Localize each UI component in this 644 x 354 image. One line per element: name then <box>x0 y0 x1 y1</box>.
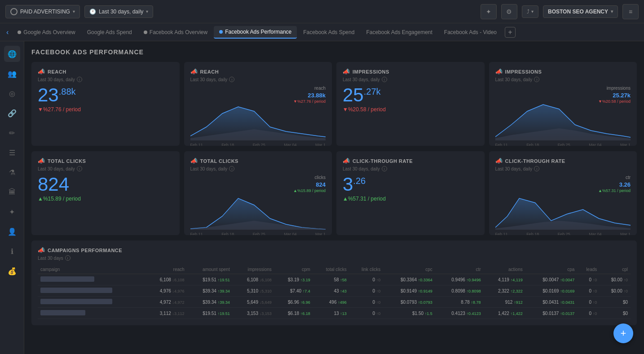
chart-value-reach2: 23.88k <box>308 92 326 99</box>
table-cell: 6,108 ↓6,108 <box>146 274 187 285</box>
info-icon-ctr1: i <box>382 166 387 171</box>
tab-facebook-ads-performance[interactable]: Facebook Ads Performance <box>214 26 297 39</box>
info-icon-campaigns: i <box>65 255 71 261</box>
campaigns-subtitle: Last 30 days i <box>38 255 631 261</box>
metric-subtitle-clicks-1: Last 30 days, daily i <box>38 166 173 171</box>
metric-title-reach-1: REACH <box>48 69 66 74</box>
sidebar-icon-coin[interactable]: 💰 <box>4 263 20 279</box>
tab-back-arrow[interactable]: ‹ <box>4 26 11 38</box>
sidebar-icon-list[interactable]: ☰ <box>4 144 20 161</box>
col-cpc: cpc <box>383 265 435 274</box>
metric-header-clicks-2: 📣 TOTAL CLICKS <box>190 157 326 164</box>
megaphone-icon-impressions2: 📣 <box>495 68 503 75</box>
campaigns-title: CAMPAIGNS PERFORMANCE <box>48 248 122 253</box>
table-cell: 0 ↑0 <box>349 308 384 319</box>
table-cell: 4,972 ↓4,972 <box>146 297 187 308</box>
table-cell: 13 ↑13 <box>313 308 349 319</box>
metric-value-clicks-1: 824 <box>38 175 173 194</box>
table-cell: $6.18 ↑6.18 <box>274 308 313 319</box>
table-cell: 58 ↑58 <box>313 274 349 285</box>
info-icon-clicks2: i <box>229 166 234 171</box>
table-cell: 0 ↑0 <box>577 297 600 308</box>
table-cell: $0.9149 ↑0.9149 <box>383 285 435 297</box>
tab-google-ads-spend[interactable]: Google Ads Spend <box>82 26 137 38</box>
paid-advertising-label: PAID ADVERTISING <box>20 9 70 15</box>
col-total-clicks: total clicks <box>313 265 349 274</box>
tab-dot-fb-performance <box>219 30 223 34</box>
chart-xaxis-reach2: Feb 11Feb 18Feb 25Mar 04Mar 1 <box>190 143 326 146</box>
date-range-label: Last 30 days, daily <box>99 9 143 15</box>
metric-header-reach-2: 📣 REACH <box>190 68 326 75</box>
paid-advertising-chevron: ▾ <box>73 9 75 14</box>
tab-facebook-ads-video[interactable]: Facebook Ads - Video <box>439 26 502 38</box>
sidebar-icon-flask[interactable]: ⚗ <box>4 164 20 180</box>
date-range-chevron: ▾ <box>146 9 148 14</box>
sidebar: 🌐 👥 ◎ 🔗 ✏ ☰ ⚗ 🏛 ✦ 👤 ℹ 💰 <box>0 41 24 354</box>
megaphone-icon-clicks2: 📣 <box>190 157 198 164</box>
tab-facebook-ads-overview[interactable]: Facebook Ads Overview <box>138 26 213 38</box>
table-cell: 496 ↑496 <box>313 297 349 308</box>
table-cell: 912 ↑912 <box>484 297 525 308</box>
tab-facebook-ads-spend[interactable]: Facebook Ads Spend <box>298 26 360 38</box>
metric-header-impressions-2: 📣 IMPRESSIONS <box>495 68 631 75</box>
date-range-dropdown[interactable]: 🕐 Last 30 days, daily ▾ <box>84 5 153 18</box>
sidebar-icon-link[interactable]: 🔗 <box>4 105 20 121</box>
table-cell: 0.9496 ↑0.9496 <box>435 274 484 285</box>
settings-icon-btn[interactable]: ⚙ <box>501 4 517 19</box>
table-cell: 1,422 ↑1,422 <box>484 308 525 319</box>
info-icon-reach2: i <box>229 77 234 82</box>
tab-dot-fb-overview <box>144 31 147 34</box>
metric-grid-row2: 📣 TOTAL CLICKS Last 30 days, daily i 824… <box>31 151 637 235</box>
menu-btn[interactable]: ≡ <box>622 4 639 19</box>
megaphone-icon-reach1: 📣 <box>38 68 45 75</box>
table-cell: 0.8098 ↑0.8098 <box>435 285 484 297</box>
share-icon: ⤴ <box>527 9 529 15</box>
chart-label-clicks2: clicks <box>315 175 326 180</box>
main-layout: 🌐 👥 ◎ 🔗 ✏ ☰ ⚗ 🏛 ✦ 👤 ℹ 💰 FACEBOOK ADS PER… <box>0 41 644 354</box>
tab-google-ads-overview[interactable]: Google Ads Overview <box>12 26 80 38</box>
col-leads: leads <box>577 265 600 274</box>
chart-svg-clicks2 <box>190 189 326 230</box>
fab-add-btn[interactable]: + <box>613 323 633 343</box>
table-cell: $6.96 ↑6.96 <box>274 297 313 308</box>
agency-dropdown[interactable]: BOSTON SEO AGENCY ▾ <box>543 5 618 18</box>
sidebar-icon-globe[interactable]: 🌐 <box>4 46 20 62</box>
tab-facebook-ads-engagement[interactable]: Facebook Ads Engagement <box>361 26 437 38</box>
table-cell: 0.4123 ↑0.4123 <box>435 308 484 319</box>
metric-card-clicks-2: 📣 TOTAL CLICKS Last 30 days, daily i cli… <box>184 151 332 235</box>
chart-value-impressions2: 25.27k <box>613 92 631 99</box>
col-cpa: cpa <box>525 265 578 274</box>
chart-ctr-2: ctr 3.26 ▲%57.31 / period <box>495 175 631 229</box>
metric-header-impressions-1: 📣 IMPRESSIONS <box>343 68 478 75</box>
table-cell: 0 ↑0 <box>349 297 384 308</box>
tab-add-btn[interactable]: + <box>505 27 516 38</box>
metric-card-impressions-2: 📣 IMPRESSIONS Last 30 days, daily i impr… <box>489 62 637 146</box>
chart-svg-impressions2 <box>495 100 631 140</box>
sidebar-icon-user[interactable]: 👤 <box>4 223 20 240</box>
metric-title-ctr-1: CLICK-THROUGH RATE <box>353 158 413 164</box>
table-cell: $0.0169 ↑0.0169 <box>525 285 578 297</box>
table-cell: $1.50 ↑1.5 <box>383 308 435 319</box>
sidebar-icon-edit[interactable]: ✏ <box>4 125 20 141</box>
table-cell: $0.00 ↑0 <box>600 285 631 297</box>
megaphone-icon-ctr1: 📣 <box>343 157 350 164</box>
sidebar-icon-chart[interactable]: ◎ <box>4 85 20 101</box>
sidebar-icon-building[interactable]: 🏛 <box>4 184 20 200</box>
table-cell: $19.51 ↑19.51 <box>187 274 233 285</box>
table-row: 4,976 ↓4,976$39.34 ↑39.345,310 ↓5,310$7.… <box>38 285 631 297</box>
sidebar-icon-magic[interactable]: ✦ <box>4 204 20 220</box>
col-reach: reach <box>146 265 187 274</box>
chart-xaxis-clicks2: Feb 11Feb 18Feb 25Mar 04Mar 1 <box>190 232 326 235</box>
sidebar-icon-users[interactable]: 👥 <box>4 66 20 82</box>
megaphone-icon-clicks1: 📣 <box>38 157 45 164</box>
metric-grid-row1: 📣 REACH Last 30 days, daily i 23.88k ▼%2… <box>31 62 637 146</box>
table-row: 3,112 ↓3,112$19.51 ↑19.513,153 ↓3,153$6.… <box>38 308 631 319</box>
chart-value-clicks2: 824 <box>316 181 326 188</box>
chart-value-ctr2: 3.26 <box>619 181 631 188</box>
magic-icon-btn[interactable]: ✦ <box>481 4 497 19</box>
share-btn[interactable]: ⤴ ▾ <box>522 5 538 18</box>
metric-value-impressions-1: 25.27k <box>343 86 478 105</box>
paid-advertising-dropdown[interactable]: PAID ADVERTISING ▾ <box>5 5 80 18</box>
sidebar-icon-info[interactable]: ℹ <box>4 243 20 259</box>
page-title: FACEBOOK ADS PERFORMANCE <box>31 48 637 56</box>
